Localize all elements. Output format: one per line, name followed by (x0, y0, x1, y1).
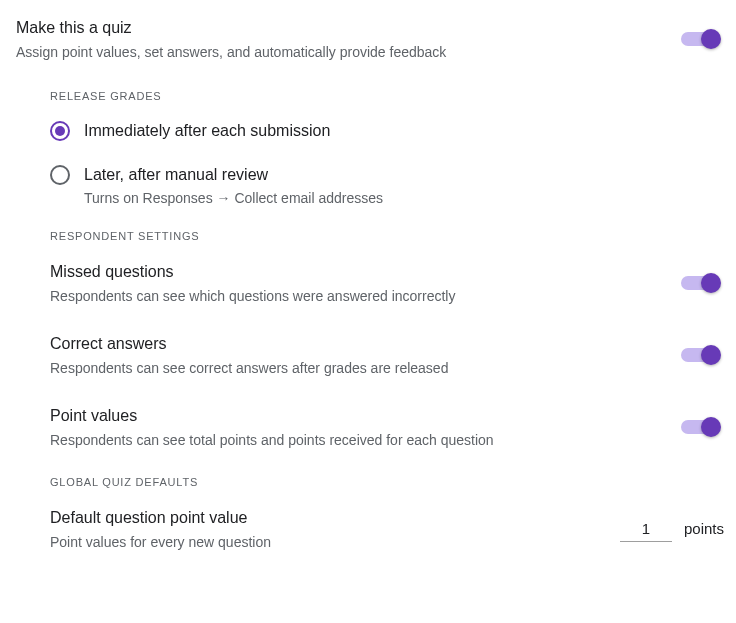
release-option-later-sub: Turns on Responses → Collect email addre… (84, 188, 383, 208)
missed-questions-row: Missed questions Respondents can see whi… (50, 260, 724, 306)
default-points-input[interactable] (620, 516, 672, 542)
correct-answers-title: Correct answers (50, 332, 448, 356)
point-values-subtitle: Respondents can see total points and poi… (50, 430, 494, 450)
release-grades-header: Release grades (50, 90, 724, 102)
toggle-knob-icon (701, 345, 721, 365)
make-quiz-title: Make this a quiz (16, 16, 446, 40)
toggle-knob-icon (701, 29, 721, 49)
respondent-settings-header: Respondent settings (50, 230, 724, 242)
release-option-later-label: Later, after manual review (84, 164, 383, 186)
toggle-knob-icon (701, 273, 721, 293)
default-points-row: Default question point value Point value… (50, 506, 724, 552)
point-values-row: Point values Respondents can see total p… (50, 404, 724, 450)
correct-answers-row: Correct answers Respondents can see corr… (50, 332, 724, 378)
release-option-later[interactable]: Later, after manual review Turns on Resp… (50, 164, 724, 208)
default-points-unit: points (684, 520, 724, 537)
default-points-subtitle: Point values for every new question (50, 532, 271, 552)
radio-selected-icon (50, 121, 70, 141)
correct-answers-subtitle: Respondents can see correct answers afte… (50, 358, 448, 378)
global-defaults-header: Global quiz defaults (50, 476, 724, 488)
make-quiz-row: Make this a quiz Assign point values, se… (16, 16, 724, 62)
missed-questions-toggle[interactable] (681, 276, 718, 290)
make-quiz-toggle[interactable] (681, 32, 718, 46)
default-points-title: Default question point value (50, 506, 271, 530)
release-option-immediately-label: Immediately after each submission (84, 120, 330, 142)
radio-unselected-icon (50, 165, 70, 185)
point-values-title: Point values (50, 404, 494, 428)
missed-questions-subtitle: Respondents can see which questions were… (50, 286, 455, 306)
make-quiz-subtitle: Assign point values, set answers, and au… (16, 42, 446, 62)
point-values-toggle[interactable] (681, 420, 718, 434)
missed-questions-title: Missed questions (50, 260, 455, 284)
toggle-knob-icon (701, 417, 721, 437)
release-option-immediately[interactable]: Immediately after each submission (50, 120, 724, 142)
correct-answers-toggle[interactable] (681, 348, 718, 362)
